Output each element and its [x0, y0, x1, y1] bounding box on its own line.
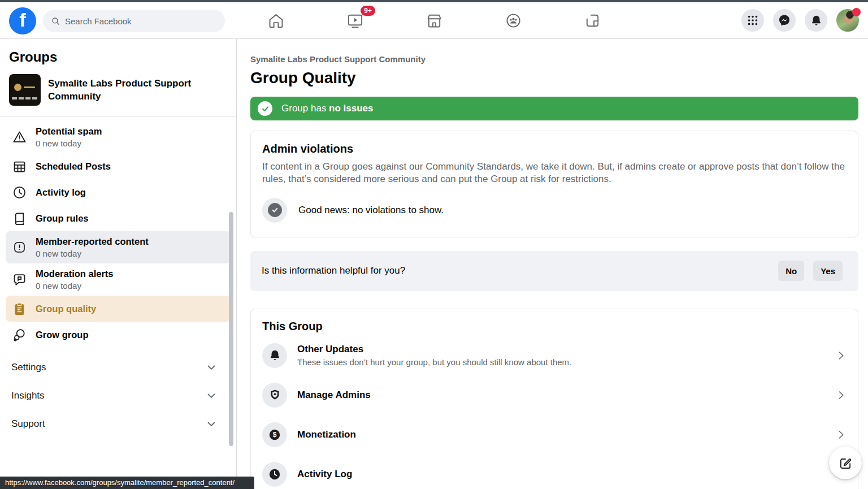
- report-exclamation-icon: [11, 240, 27, 256]
- sidebar-item-label: Scheduled Posts: [36, 161, 111, 172]
- sidebar-item-sub: 0 new today: [36, 139, 102, 148]
- this-group-title: This Group: [262, 320, 847, 333]
- notifications-button[interactable]: [805, 9, 827, 32]
- chevron-right-icon: [835, 429, 847, 440]
- violations-status: Good news: no violations to show.: [262, 198, 847, 223]
- messenger-button[interactable]: [773, 9, 796, 32]
- avatar-status-dot: [852, 8, 861, 16]
- group-quality-page: Symalite Labs Product Support Community …: [237, 39, 868, 489]
- clock-filled-icon: [262, 462, 287, 487]
- account-controls: [741, 9, 859, 32]
- sidebar-item-sub: 0 new today: [36, 249, 149, 258]
- banner-text: Group has no issues: [281, 103, 374, 114]
- row-sub: These issues don’t hurt your group, but …: [297, 357, 571, 367]
- admin-violations-card: Admin violations If content in a Group g…: [250, 131, 858, 237]
- group-avatar-detail: [12, 97, 38, 99]
- book-icon: [11, 210, 27, 226]
- sidebar-item-scheduled-posts[interactable]: Scheduled Posts: [6, 153, 231, 179]
- admin-violations-title: Admin violations: [262, 142, 847, 155]
- sidebar-section-settings[interactable]: Settings: [9, 353, 227, 382]
- sidebar-item-moderation-alerts[interactable]: Moderation alerts0 new today: [6, 263, 231, 296]
- this-group-list: Other UpdatesThese issues don’t hurt you…: [262, 336, 847, 489]
- groups-tab[interactable]: [503, 10, 523, 31]
- group-avatar-logo: [14, 84, 21, 91]
- watch-tab[interactable]: 9+: [345, 10, 365, 31]
- grid-menu-icon: [747, 14, 759, 27]
- chevron-right-icon: [835, 350, 847, 361]
- row-manage-admins[interactable]: Manage Admins: [262, 375, 847, 415]
- row-other-updates[interactable]: Other UpdatesThese issues don’t hurt you…: [262, 336, 847, 375]
- group-header[interactable]: Symalite Labs Product Support Community: [9, 74, 227, 106]
- bell-filled-icon: [262, 343, 287, 368]
- feedback-no-button[interactable]: No: [778, 261, 804, 281]
- feedback-question: Is this information helpful for you?: [262, 265, 778, 276]
- compose-button[interactable]: [829, 447, 862, 479]
- shield-icon: [262, 383, 287, 408]
- gaming-tab[interactable]: [582, 10, 602, 31]
- sidebar-item-sub: 0 new today: [36, 281, 114, 291]
- sidebar-item-grow-group[interactable]: Grow group: [6, 322, 231, 348]
- row-activity-log[interactable]: Activity Log: [262, 455, 847, 489]
- feedback-yes-button[interactable]: Yes: [813, 261, 843, 281]
- section-label: Settings: [11, 362, 46, 373]
- sidebar-item-label: Potential spam: [36, 126, 102, 137]
- top-nav-bar: f 9+: [0, 2, 868, 39]
- page-title: Group Quality: [250, 69, 858, 87]
- sidebar-item-group-quality[interactable]: Group quality: [6, 296, 231, 322]
- this-group-card: This Group Other UpdatesThese issues don…: [250, 309, 858, 489]
- marketplace-tab[interactable]: [424, 10, 444, 31]
- browser-status-url: https://www.facebook.com/groups/symalite…: [0, 477, 254, 489]
- grow-circles-icon: [11, 327, 27, 343]
- compose-icon: [838, 456, 853, 470]
- clock-icon: [11, 184, 27, 200]
- violations-status-text: Good news: no violations to show.: [298, 205, 444, 216]
- flag-bubble-icon: [11, 272, 27, 288]
- sidebar-item-member-reported-content[interactable]: Member-reported content0 new today: [6, 231, 231, 263]
- chevron-right-icon: [835, 390, 847, 401]
- clipboard-icon: [11, 301, 27, 317]
- groups-icon: [505, 12, 522, 29]
- dollar-circle-icon: $: [262, 422, 287, 447]
- sidebar-scrollbar[interactable]: [229, 212, 233, 446]
- group-name: Symalite Labs Product Support Community: [48, 77, 227, 103]
- sidebar-section-support[interactable]: Support: [9, 410, 227, 438]
- group-avatar-text: [24, 86, 35, 88]
- watch-icon: [346, 12, 364, 29]
- admin-violations-description: If content in a Group goes against our C…: [262, 161, 847, 186]
- sidebar-item-label: Group rules: [36, 213, 89, 224]
- bell-icon: [810, 14, 823, 27]
- sidebar-title: Groups: [9, 49, 227, 65]
- feedback-bar: Is this information helpful for you? No …: [250, 251, 858, 291]
- marketplace-icon: [426, 12, 443, 29]
- sidebar-item-potential-spam[interactable]: Potential spam0 new today: [6, 121, 231, 153]
- gaming-icon: [584, 12, 601, 29]
- groups-admin-sidebar: Groups Symalite Labs Product Support Com…: [0, 39, 237, 489]
- row-monetization[interactable]: $ Monetization: [262, 415, 847, 455]
- calendar-grid-icon: [11, 158, 27, 174]
- sidebar-item-group-rules[interactable]: Group rules: [6, 205, 231, 231]
- svg-text:$: $: [273, 431, 277, 439]
- sidebar-item-label: Group quality: [36, 304, 96, 314]
- chevron-down-icon: [206, 390, 217, 401]
- breadcrumb[interactable]: Symalite Labs Product Support Community: [250, 54, 858, 64]
- sidebar-item-label: Grow group: [36, 330, 89, 340]
- sidebar-sections: Settings Insights Support: [9, 353, 227, 438]
- group-avatar: [9, 74, 41, 106]
- section-label: Support: [11, 418, 45, 430]
- sidebar-item-activity-log[interactable]: Activity log: [6, 179, 231, 205]
- menu-button[interactable]: [741, 9, 764, 32]
- messenger-icon: [778, 14, 791, 27]
- row-label: Manage Admins: [297, 390, 371, 401]
- divider: [0, 116, 236, 116]
- warning-triangle-icon: [11, 129, 27, 145]
- row-label: Activity Log: [297, 469, 352, 480]
- home-tab[interactable]: [266, 10, 286, 31]
- sidebar-section-insights[interactable]: Insights: [9, 382, 227, 410]
- check-circle-icon: [258, 101, 272, 116]
- sidebar-item-label: Member-reported content: [36, 236, 149, 247]
- home-icon: [267, 12, 285, 29]
- profile-avatar[interactable]: [836, 9, 859, 32]
- section-label: Insights: [11, 390, 45, 401]
- sidebar-item-label: Moderation alerts: [36, 269, 114, 279]
- chevron-down-icon: [206, 418, 217, 430]
